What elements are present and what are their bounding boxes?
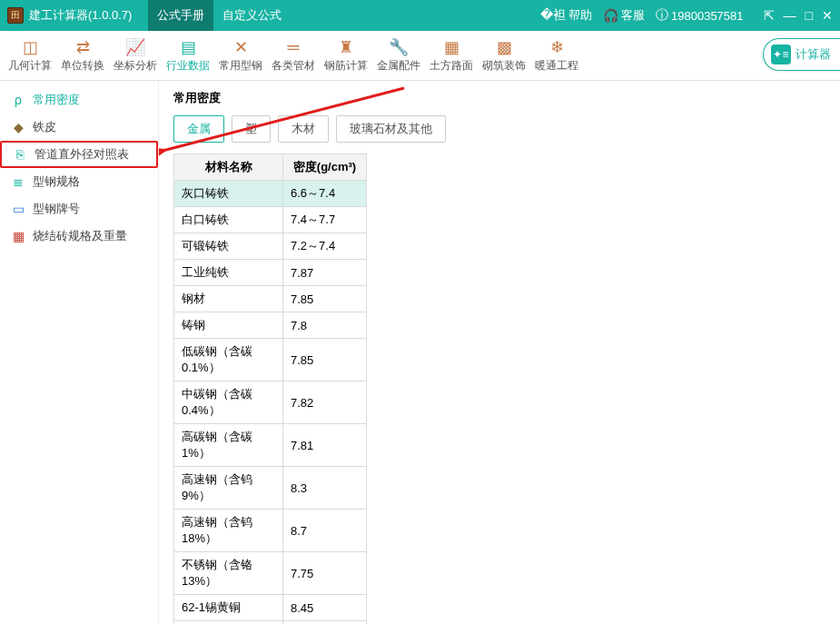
cell-material: 高速钢（含钨18%） [174,510,283,552]
cell-material: 白口铸铁 [174,207,283,233]
sidebar-item-烧结砖规格及重量[interactable]: ▦烧结砖规格及重量 [0,223,158,250]
calculator-button[interactable]: ✦≡ 计算器 [763,38,840,71]
cell-material: 可锻铸铁 [174,233,283,260]
table-row[interactable]: 高速钢（含钨9%）8.3 [174,467,367,510]
sidebar-item-型钢牌号[interactable]: ▭型钢牌号 [0,195,158,223]
titlebar-menu: 公式手册自定义公式 [148,0,291,31]
toolbar-钢筋计算[interactable]: ♜钢筋计算 [320,33,372,78]
toolbar: ◫几何计算⇄单位转换📈坐标分析▤行业数据✕常用型钢═各类管材♜钢筋计算🔧金属配件… [0,31,840,81]
table-row[interactable]: 中碳钢（含碳0.4%）7.82 [174,381,367,424]
toolbar-坐标分析[interactable]: 📈坐标分析 [109,33,162,78]
tool-icon: ⇄ [76,38,90,56]
cell-density: 7.2～7.4 [283,233,367,260]
minimize-icon[interactable]: — [784,8,796,23]
window-controls: ⇱ — □ ✕ [764,8,833,23]
tool-icon: ✕ [234,38,248,56]
tool-icon: ▩ [497,38,512,56]
table-row[interactable]: 工业纯铁7.87 [174,260,367,286]
cell-density: 7.87 [283,260,367,286]
tab-木材[interactable]: 木材 [278,115,329,143]
sidebar-icon: ▭ [11,202,25,216]
cell-density: 8.3 [283,467,367,510]
category-tabs: 金属塑木材玻璃石材及其他 [173,115,825,143]
cell-material: 钢材 [174,286,283,312]
toolbar-常用型钢[interactable]: ✕常用型钢 [214,33,267,78]
titlebar-menu-item[interactable]: 公式手册 [148,0,213,31]
tab-玻璃石材及其他[interactable]: 玻璃石材及其他 [336,115,446,143]
col-density: 密度(g/cm³) [283,154,367,181]
cell-material: 高碳钢（含碳1%） [174,424,283,467]
service-link[interactable]: 🎧客服 [603,7,645,24]
sidebar-icon: ρ [11,93,25,107]
toolbar-暖通工程[interactable]: ❄暖通工程 [530,33,583,78]
sidebar-item-型钢规格[interactable]: ≣型钢规格 [0,168,158,195]
toolbar-行业数据[interactable]: ▤行业数据 [162,33,214,78]
col-material: 材料名称 [174,154,283,181]
account-link[interactable]: ⓘ19800357581 [656,7,744,24]
cell-density: 7.81 [283,424,367,467]
cell-density: 7.82 [283,381,367,424]
tool-icon: ▦ [444,38,460,56]
density-table: 材料名称 密度(g/cm³) 灰口铸铁6.6～7.4白口铸铁7.4～7.7可锻铸… [173,154,367,624]
sidebar-item-铁皮[interactable]: ◆铁皮 [0,114,158,141]
calculator-icon: ✦≡ [771,45,791,64]
toolbar-单位转换[interactable]: ⇄单位转换 [56,33,109,78]
panel-heading: 常用密度 [173,90,825,106]
help-icon: �袒 [540,7,566,24]
app-title: 建工计算器(1.0.0.7) [29,7,132,24]
table-row[interactable]: 60-1锡黄铜8.45 [174,621,367,625]
sidebar-icon: ▦ [11,229,25,243]
toolbar-几何计算[interactable]: ◫几何计算 [4,33,56,78]
user-icon: ⓘ [656,7,668,24]
tool-icon: ═ [288,38,300,56]
help-link[interactable]: �袒帮助 [540,7,592,24]
sidebar-item-label: 烧结砖规格及重量 [33,228,127,244]
table-row[interactable]: 高碳钢（含碳1%）7.81 [174,424,367,467]
table-row[interactable]: 铸钢7.8 [174,312,367,339]
tool-icon: ▤ [181,38,196,56]
cell-density: 8.45 [283,595,367,621]
tool-icon: 🔧 [389,38,409,56]
cell-density: 8.7 [283,510,367,552]
tab-金属[interactable]: 金属 [173,115,224,143]
sidebar-icon: ⎘ [13,147,27,162]
tool-icon: ❄ [550,38,564,56]
sidebar-item-管道直外径对照表[interactable]: ⎘管道直外径对照表 [0,141,158,168]
cell-density: 7.85 [283,286,367,312]
table-row[interactable]: 高速钢（含钨18%）8.7 [174,510,367,552]
tool-icon: ◫ [23,38,38,56]
tool-icon: 📈 [125,38,145,56]
cell-density: 7.75 [283,552,367,595]
app-icon: 田 [7,7,24,24]
toolbar-金属配件[interactable]: 🔧金属配件 [372,33,425,78]
table-row[interactable]: 可锻铸铁7.2～7.4 [174,233,367,260]
table-row[interactable]: 62-1锡黄铜8.45 [174,595,367,621]
toolbar-砌筑装饰[interactable]: ▩砌筑装饰 [478,33,530,78]
sidebar: ρ常用密度◆铁皮⎘管道直外径对照表≣型钢规格▭型钢牌号▦烧结砖规格及重量 [0,81,159,624]
cell-density: 8.45 [283,621,367,625]
main-panel: 常用密度 金属塑木材玻璃石材及其他 材料名称 密度(g/cm³) 灰口铸铁6.6… [159,81,840,624]
sidebar-item-label: 型钢规格 [33,173,80,190]
maximize-icon[interactable]: □ [805,8,813,23]
sidebar-item-常用密度[interactable]: ρ常用密度 [0,86,158,114]
cell-material: 铸钢 [174,312,283,339]
cell-density: 6.6～7.4 [283,181,367,207]
cell-density: 7.85 [283,339,367,381]
table-row[interactable]: 低碳钢（含碳0.1%）7.85 [174,339,367,381]
table-row[interactable]: 钢材7.85 [174,286,367,312]
cell-material: 工业纯铁 [174,260,283,286]
tab-塑[interactable]: 塑 [232,115,271,143]
toolbar-土方路面[interactable]: ▦土方路面 [425,33,478,78]
table-row[interactable]: 灰口铸铁6.6～7.4 [174,181,367,207]
table-row[interactable]: 白口铸铁7.4～7.7 [174,207,367,233]
close-icon[interactable]: ✕ [822,8,833,23]
toolbar-各类管材[interactable]: ═各类管材 [267,33,320,78]
cell-material: 60-1锡黄铜 [174,621,283,625]
cell-material: 不锈钢（含铬13%） [174,552,283,595]
sidebar-item-label: 管道直外径对照表 [35,146,129,163]
cell-material: 灰口铸铁 [174,181,283,207]
table-row[interactable]: 不锈钢（含铬13%）7.75 [174,552,367,595]
titlebar: 田 建工计算器(1.0.0.7) 公式手册自定义公式 �袒帮助 🎧客服 ⓘ198… [0,0,840,31]
titlebar-menu-item[interactable]: 自定义公式 [213,0,291,31]
pin-icon[interactable]: ⇱ [764,8,775,23]
